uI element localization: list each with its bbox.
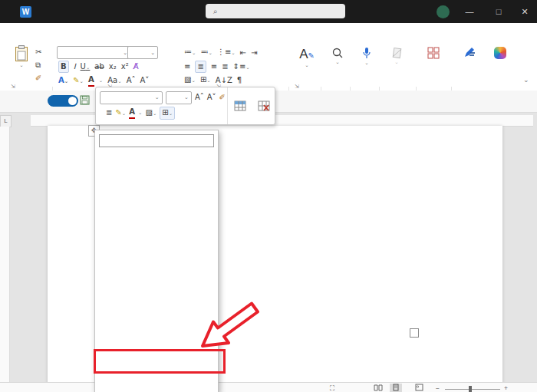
focus-button[interactable]: ⛶ <box>330 384 334 392</box>
zoom-slider-thumb[interactable] <box>469 386 472 392</box>
table-resize-handle[interactable] <box>410 328 419 338</box>
show-marks-button[interactable]: ¶ <box>237 75 242 86</box>
editor-pen-icon <box>463 47 476 59</box>
mini-font-name-combo[interactable]: ⌄ <box>100 91 163 104</box>
italic-button[interactable]: I <box>74 61 76 72</box>
mini-format-painter-button[interactable]: ✐ <box>219 92 226 103</box>
web-layout-button[interactable] <box>413 384 425 392</box>
mini-borders-button[interactable]: ⊞⌄ <box>160 107 175 120</box>
copilot-button[interactable] <box>485 47 516 59</box>
search-box[interactable]: ⌕ <box>206 4 345 18</box>
dictate-button[interactable]: ⌄ <box>351 47 382 66</box>
font-size-combo[interactable]: ⌄ <box>127 46 158 59</box>
clipboard-group-label: ⇲ <box>11 83 15 90</box>
microphone-icon <box>361 47 372 60</box>
print-layout-button[interactable] <box>390 384 402 392</box>
copilot-icon <box>494 47 506 59</box>
borders-button[interactable]: ⊞⌄ <box>200 74 211 86</box>
magnifier-icon <box>331 47 344 59</box>
cut-button[interactable]: ✂ <box>35 47 41 58</box>
tab-stop-selector[interactable]: L <box>0 115 12 127</box>
shrink-font-button[interactable]: A˅ <box>140 75 150 86</box>
zoom-in-button[interactable]: + <box>504 384 508 392</box>
justify-button[interactable]: ≣ <box>222 61 228 72</box>
collapse-ribbon-chevron[interactable]: ⌄ <box>523 76 529 84</box>
copy-button[interactable]: ⧉ <box>35 60 41 71</box>
mini-highlight-button[interactable]: ✎⌄ <box>115 107 126 119</box>
paste-button[interactable]: ⌄ <box>6 45 37 68</box>
align-left-button[interactable]: ≡ <box>184 61 190 72</box>
avatar[interactable] <box>437 5 450 18</box>
mini-delete-button[interactable] <box>252 87 275 124</box>
vertical-ruler[interactable] <box>0 127 10 392</box>
font-color-button[interactable]: A <box>88 74 94 87</box>
search-icon: ⌕ <box>213 7 217 15</box>
bold-button[interactable]: B <box>58 61 69 73</box>
align-right-button[interactable]: ≡ <box>211 61 217 72</box>
sensitivity-button: ⌄ <box>381 47 412 65</box>
align-center-button[interactable]: ≣ <box>195 61 206 73</box>
zoom-slider-track[interactable] <box>445 389 500 390</box>
mini-toolbar: ⌄ ⌄ Aˆ A˅ ✐ ≣ ✎⌄ A⌄ ▨⌄ ⊞⌄ <box>95 87 275 125</box>
ribbon-tab-bar: 🗩 ✎ ⌄ <box>0 23 537 43</box>
save-button[interactable] <box>80 95 90 105</box>
mini-grow-font-button[interactable]: Aˆ <box>195 92 204 103</box>
word-app-icon: W <box>20 6 31 18</box>
mini-shrink-font-button[interactable]: A˅ <box>207 92 216 103</box>
close-button[interactable]: ✕ <box>512 0 537 23</box>
styles-button[interactable]: A✎ ⌄ <box>292 47 322 68</box>
font-name-combo[interactable]: ⌄ <box>57 46 130 59</box>
word-window: W ⌕ — □ ✕ 🗩 ✎ ⌄ ⌄ ✂ ⧉ ✐ ⇲ ⌄ ⌄ B I U <box>0 0 537 392</box>
status-bar: ⛶ − + <box>0 382 537 392</box>
strikethrough-button[interactable]: ab <box>94 61 104 72</box>
maximize-button[interactable]: □ <box>486 0 511 23</box>
highlight-color-button[interactable]: ✎⌄ <box>73 75 84 87</box>
grow-font-button[interactable]: Aˆ <box>127 75 136 86</box>
underline-button[interactable]: U⌄ <box>81 61 91 73</box>
mini-insert-button[interactable] <box>228 87 252 124</box>
subscript-button[interactable]: x₂ <box>109 61 117 72</box>
styles-icon: A✎ <box>299 47 315 62</box>
shading-button[interactable]: ▨⌄ <box>184 74 196 86</box>
ribbon: ⌄ ✂ ⧉ ✐ ⇲ ⌄ ⌄ B I U⌄ ab x₂ x² A̸ A⌄ ✎⌄ A… <box>0 42 537 91</box>
annotation-arrow <box>193 301 264 357</box>
focus-icon: ⛶ <box>330 384 334 392</box>
text-effects-button[interactable]: A⌄ <box>58 75 68 87</box>
delete-table-icon <box>258 100 270 111</box>
mini-font-size-combo[interactable]: ⌄ <box>166 91 192 104</box>
styles-group-label: ⇲ <box>295 83 299 90</box>
increase-indent-button[interactable]: ⇥ <box>251 48 257 58</box>
mini-font-color-button[interactable]: A <box>129 107 135 119</box>
decrease-indent-button[interactable]: ⇤ <box>240 48 246 58</box>
clear-formatting-button[interactable]: A̸ <box>133 61 139 72</box>
mini-shading-button[interactable]: ▨⌄ <box>145 107 156 119</box>
clipboard-icon <box>15 45 28 62</box>
format-painter-button[interactable]: ✐ <box>35 73 41 84</box>
mini-align-button[interactable]: ≣ <box>106 107 112 118</box>
autosave-toggle[interactable] <box>48 95 78 107</box>
read-mode-button[interactable] <box>372 384 384 392</box>
menu-search-input[interactable] <box>99 134 214 147</box>
title-bar: W ⌕ — □ ✕ <box>0 0 537 23</box>
minimize-button[interactable]: — <box>457 0 482 23</box>
line-spacing-button[interactable]: ⇕≡⌄ <box>233 61 250 73</box>
editing-button[interactable]: ⌄ <box>322 47 353 65</box>
add-ins-icon <box>427 47 440 59</box>
insert-table-icon <box>234 100 246 111</box>
superscript-button[interactable]: x² <box>121 61 129 72</box>
zoom-out-button[interactable]: − <box>436 384 440 392</box>
sensitivity-icon <box>391 47 403 59</box>
add-ins-button[interactable] <box>418 47 449 59</box>
numbering-button[interactable]: ≕⌄ <box>200 47 212 58</box>
bullets-button[interactable]: ≔⌄ <box>184 47 196 58</box>
multilevel-list-button[interactable]: ⋮≡⌄ <box>217 47 236 58</box>
save-icon <box>80 95 90 105</box>
editor-button[interactable] <box>454 47 485 59</box>
